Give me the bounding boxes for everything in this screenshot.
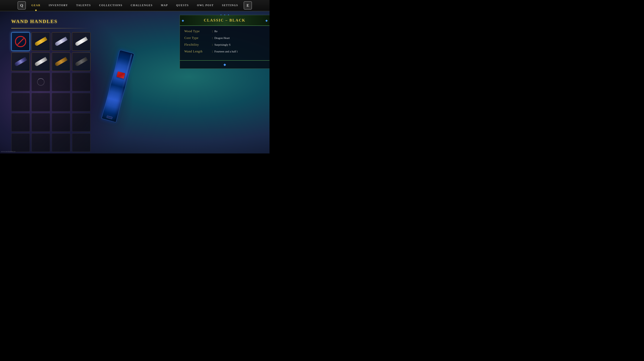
flexibility-label: Flexibility — [184, 43, 210, 46]
wand-3d-container — [90, 30, 146, 142]
grid-item-empty-2-3[interactable] — [72, 72, 90, 91]
grid-item-empty-5-2[interactable] — [52, 133, 70, 152]
nav-item-owl-post[interactable]: OWL POST — [193, 0, 218, 11]
section-title: WAND HANDLES — [11, 19, 94, 24]
grid-item-no-item[interactable] — [11, 32, 30, 51]
nav-item-collections[interactable]: COLLECTIONS — [95, 0, 126, 11]
no-item-icon — [15, 36, 26, 47]
wand-silver-white-icon — [34, 57, 48, 66]
nav-items: GEAR INVENTORY TALENTS COLLECTIONS CHALL… — [27, 0, 242, 11]
loading-spinner — [37, 78, 44, 86]
footer-decoration-icon: ◆ — [224, 62, 226, 66]
detail-content: Wood Type : Re Core Type : Dragon Heart … — [180, 26, 270, 60]
wood-type-separator: : — [212, 30, 213, 33]
detail-title: CLASSIC – BLACK — [184, 18, 266, 22]
wand-gold-icon — [34, 37, 48, 46]
grid-item-empty-5-0[interactable] — [11, 133, 30, 152]
grid-item-wand-white[interactable] — [72, 32, 90, 51]
grid-item-empty-3-2[interactable] — [52, 93, 70, 112]
wand-bottom-detail — [106, 116, 112, 119]
detail-header: CLASSIC – BLACK — [180, 15, 270, 26]
nav-item-talents[interactable]: TALENTS — [72, 0, 95, 11]
flexibility-separator: : — [212, 43, 213, 46]
grid-item-wand-dark[interactable] — [72, 52, 90, 71]
wand-button — [116, 72, 125, 79]
grid-item-wand-gold[interactable] — [32, 32, 50, 51]
grid-item-empty-5-1[interactable] — [32, 133, 50, 152]
grid-item-empty-3-3[interactable] — [72, 93, 90, 112]
grid-item-empty-4-0[interactable] — [11, 113, 30, 132]
grid-item-spinner[interactable] — [32, 72, 50, 91]
left-panel: WAND HANDLES — [0, 11, 105, 154]
grid-item-empty-2-0[interactable] — [11, 72, 30, 91]
grid-item-wand-blue[interactable] — [11, 52, 30, 71]
core-type-value: Dragon Heart — [214, 36, 230, 40]
grid-item-empty-3-1[interactable] — [32, 93, 50, 112]
flexibility-row: Flexibility : Surprisingly S — [184, 43, 265, 46]
section-divider — [11, 28, 90, 28]
grid-item-wand-silver-white[interactable] — [32, 52, 50, 71]
wand-length-value: Fourteen and a half i — [214, 50, 238, 53]
nav-item-map[interactable]: MAP — [157, 0, 172, 11]
core-type-label: Core Type — [184, 36, 210, 40]
wand-length-separator: : — [212, 50, 213, 53]
nav-item-quests[interactable]: QUESTS — [172, 0, 193, 11]
wand-dark-gold-icon — [54, 57, 68, 66]
wand-handles-grid — [11, 32, 94, 152]
main-content: WAND HANDLES — [0, 11, 270, 154]
nav-item-gear[interactable]: GEAR — [27, 0, 44, 11]
wand-length-row: Wand Length : Fourteen and a half i — [184, 50, 265, 53]
wand-blue-icon — [14, 57, 27, 66]
grid-item-wand-dark-gold[interactable] — [52, 52, 70, 71]
flexibility-value: Surprisingly S — [214, 43, 230, 46]
wood-type-value: Re — [214, 30, 218, 33]
wand-3d-object — [102, 50, 134, 122]
q-key-button[interactable]: Q — [18, 1, 26, 10]
wood-type-row: Wood Type : Re — [184, 30, 265, 33]
nav-item-challenges[interactable]: CHALLENGES — [126, 0, 157, 11]
wand-silver-icon — [54, 37, 68, 46]
wand-length-label: Wand Length — [184, 50, 210, 53]
grid-item-empty-4-3[interactable] — [72, 113, 90, 132]
navbar: Q GEAR INVENTORY TALENTS COLLECTIONS CHA… — [0, 0, 270, 11]
grid-item-empty-5-3[interactable] — [72, 133, 90, 152]
grid-item-empty-3-0[interactable] — [11, 93, 30, 112]
grid-item-empty-4-2[interactable] — [52, 113, 70, 132]
core-type-separator: : — [212, 36, 213, 40]
watermark: www.nexinabler.co — [1, 150, 15, 152]
core-type-row: Core Type : Dragon Heart — [184, 36, 265, 40]
wood-type-label: Wood Type — [184, 30, 210, 33]
wand-white-icon — [75, 37, 88, 46]
grid-item-empty-2-2[interactable] — [52, 72, 70, 91]
nav-item-settings[interactable]: SETTINGS — [218, 0, 242, 11]
e-key-button[interactable]: E — [244, 1, 252, 10]
detail-footer: ◆ — [180, 60, 270, 68]
grid-item-wand-silver[interactable] — [52, 32, 70, 51]
wand-dark-icon — [75, 57, 88, 66]
grid-item-empty-4-1[interactable] — [32, 113, 50, 132]
right-panel: ◆ ◆ ◆ CLASSIC – BLACK Wood Type : Re Cor… — [180, 15, 270, 69]
nav-item-inventory[interactable]: INVENTORY — [44, 0, 72, 11]
